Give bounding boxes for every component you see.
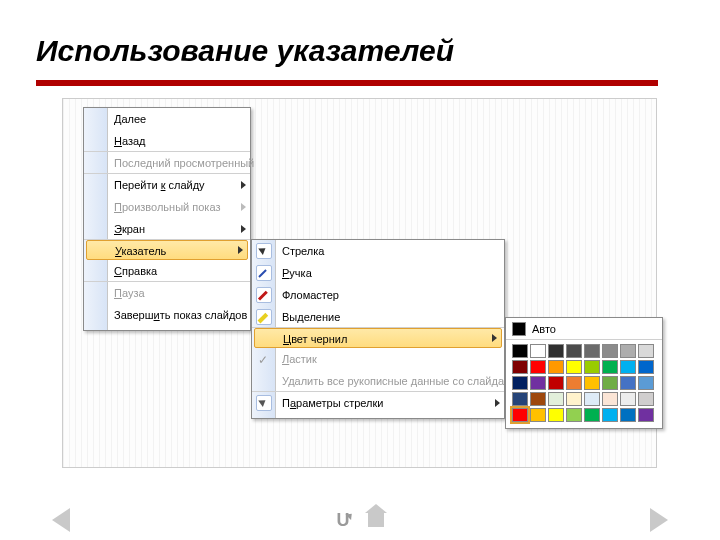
menu-item-label: Стрелка [282,245,324,257]
nav-return-button[interactable]: U [337,510,350,531]
pointer-menu-item-5: Ластик [252,348,504,370]
color-swatch[interactable] [530,344,546,358]
color-swatch[interactable] [602,408,618,422]
menu-item-label: Указатель [115,245,166,257]
context-menu-item-4: Произвольный показ [84,196,250,218]
screenshot-canvas: ДалееНазадПоследний просмотренныйПерейти… [62,98,657,468]
context-menu-item-8: Пауза [84,282,250,304]
pointer-menu-item-7[interactable]: Параметры стрелки [252,392,504,414]
color-swatch[interactable] [566,360,582,374]
color-swatch[interactable] [530,360,546,374]
ink-color-picker: Авто [505,317,663,429]
context-menu-item-2: Последний просмотренный [84,152,250,174]
color-swatch[interactable] [620,392,636,406]
nav-next-button[interactable] [650,508,668,532]
color-swatch[interactable] [548,408,564,422]
color-swatch[interactable] [638,408,654,422]
color-swatch[interactable] [548,392,564,406]
color-swatch[interactable] [602,360,618,374]
nav-prev-button[interactable] [52,508,70,532]
title-rule [36,80,658,86]
menu-item-label: Перейти к слайду [114,179,205,191]
menu-item-label: Последний просмотренный [114,157,254,169]
pointer-menu-item-0[interactable]: Стрелка [252,240,504,262]
arrow-cursor-icon [256,243,272,259]
pen-icon [256,265,272,281]
color-swatch[interactable] [548,360,564,374]
cursoropts-icon [256,395,272,411]
color-swatch[interactable] [602,392,618,406]
slide-nav-footer: U [0,508,720,532]
context-menu-item-1[interactable]: Назад [84,130,250,152]
submenu-arrow-icon [241,203,246,211]
context-menu-item-3[interactable]: Перейти к слайду [84,174,250,196]
context-menu-item-5[interactable]: Экран [84,218,250,240]
auto-swatch-icon [512,322,526,336]
pointer-menu-item-6: Удалить все рукописные данные со слайда [252,370,504,392]
color-swatch[interactable] [584,376,600,390]
color-swatch[interactable] [530,376,546,390]
menu-item-label: Справка [114,265,157,277]
color-swatch[interactable] [584,392,600,406]
menu-item-label: Цвет чернил [283,333,347,345]
context-menu-item-9[interactable]: Завершить показ слайдов [84,304,250,326]
nav-home-button[interactable] [368,513,384,527]
pointer-menu-item-3[interactable]: Выделение [252,306,504,328]
color-swatch[interactable] [584,360,600,374]
color-swatch[interactable] [512,376,528,390]
color-swatch[interactable] [548,344,564,358]
color-swatch[interactable] [512,392,528,406]
marker-icon [256,287,272,303]
color-swatch[interactable] [638,392,654,406]
color-swatch[interactable] [566,392,582,406]
color-swatch[interactable] [620,360,636,374]
menu-item-label: Далее [114,113,146,125]
color-swatch[interactable] [530,408,546,422]
color-auto-row[interactable]: Авто [506,318,662,340]
context-menu-item-7[interactable]: Справка [84,260,250,282]
submenu-arrow-icon [495,399,500,407]
submenu-arrow-icon [241,225,246,233]
color-swatch[interactable] [566,408,582,422]
color-swatch[interactable] [584,344,600,358]
submenu-arrow-icon [492,334,497,342]
color-swatch[interactable] [512,360,528,374]
color-grid [506,340,662,424]
submenu-arrow-icon [238,246,243,254]
menu-item-label: Произвольный показ [114,201,220,213]
color-swatch[interactable] [530,392,546,406]
submenu-arrow-icon [241,181,246,189]
color-swatch[interactable] [620,344,636,358]
menu-item-label: Ручка [282,267,312,279]
color-swatch[interactable] [602,376,618,390]
color-swatch[interactable] [602,344,618,358]
slide-title: Использование указателей [0,0,720,74]
color-swatch[interactable] [620,408,636,422]
pointer-menu-item-4[interactable]: Цвет чернил [254,328,502,348]
menu-item-label: Экран [114,223,145,235]
color-swatch[interactable] [638,376,654,390]
pointer-menu-item-2[interactable]: Фломастер [252,284,504,306]
context-menu: ДалееНазадПоследний просмотренныйПерейти… [83,107,251,331]
color-swatch[interactable] [584,408,600,422]
menu-item-label: Выделение [282,311,340,323]
highlight-icon [256,309,272,325]
context-menu-item-6[interactable]: Указатель [86,240,248,260]
color-swatch[interactable] [638,360,654,374]
menu-item-label: Фломастер [282,289,339,301]
color-swatch[interactable] [548,376,564,390]
menu-item-label: Удалить все рукописные данные со слайда [282,375,504,387]
color-swatch[interactable] [512,344,528,358]
color-swatch[interactable] [566,376,582,390]
check-icon [256,351,272,367]
menu-item-label: Назад [114,135,146,147]
pointer-submenu: СтрелкаРучкаФломастерВыделениеЦвет черни… [251,239,505,419]
menu-item-label: Параметры стрелки [282,397,383,409]
color-swatch[interactable] [638,344,654,358]
color-swatch[interactable] [620,376,636,390]
context-menu-item-0[interactable]: Далее [84,108,250,130]
color-swatch[interactable] [512,408,528,422]
color-swatch[interactable] [566,344,582,358]
pointer-menu-item-1[interactable]: Ручка [252,262,504,284]
menu-item-label: Пауза [114,287,145,299]
